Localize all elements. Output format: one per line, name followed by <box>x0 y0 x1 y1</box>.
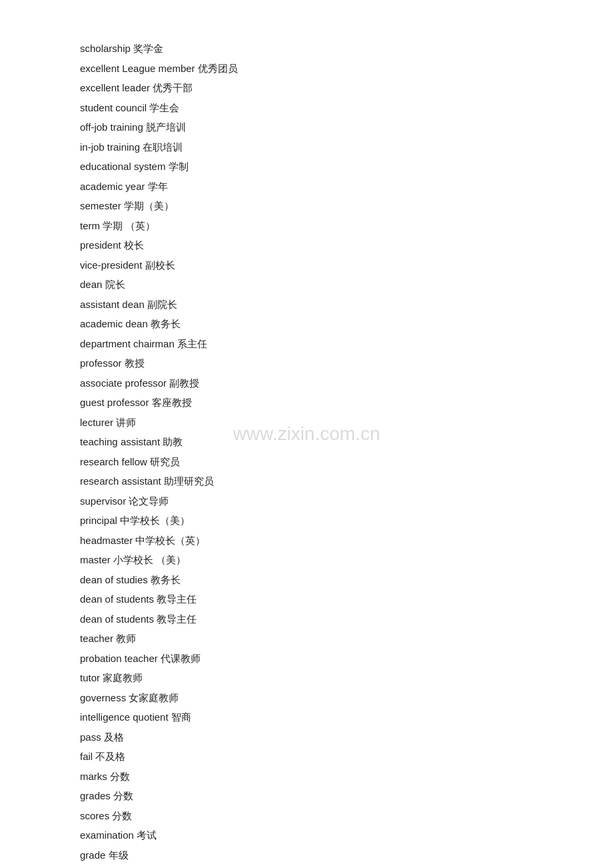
list-item: grade 年级 <box>80 847 573 864</box>
list-item: guest professor 客座教授 <box>80 394 573 411</box>
list-item: semester 学期（美） <box>80 197 573 215</box>
list-item: academic year 学年 <box>80 178 573 195</box>
list-item: term 学期 （英） <box>80 217 573 235</box>
list-item: president 校长 <box>80 237 573 254</box>
list-item: governess 女家庭教师 <box>80 689 573 707</box>
list-item: in-job training 在职培训 <box>80 139 573 156</box>
vocab-list: scholarship 奖学金excellent League member 优… <box>80 40 573 868</box>
list-item: examination 考试 <box>80 827 573 844</box>
list-item: vice-president 副校长 <box>80 257 573 274</box>
list-item: dean 院长 <box>80 276 573 293</box>
list-item: off-job training 脱产培训 <box>80 119 573 136</box>
list-item: department chairman 系主任 <box>80 335 573 353</box>
list-item: teacher 教师 <box>80 630 573 647</box>
list-item: teaching assistant 助教 <box>80 433 573 451</box>
list-item: research fellow 研究员 <box>80 453 573 471</box>
list-item: scores 分数 <box>80 807 573 825</box>
list-item: master 小学校长 （美） <box>80 551 573 569</box>
list-item: intelligence quotient 智商 <box>80 709 573 726</box>
list-item: dean of students 教导主任 <box>80 611 573 628</box>
list-item: research assistant 助理研究员 <box>80 473 573 490</box>
list-item: academic dean 教务长 <box>80 315 573 333</box>
list-item: marks 分数 <box>80 768 573 785</box>
list-item: grades 分数 <box>80 787 573 805</box>
list-item: scholarship 奖学金 <box>80 40 573 57</box>
list-item: educational system 学制 <box>80 158 573 175</box>
list-item: excellent League member 优秀团员 <box>80 60 573 77</box>
list-item: headmaster 中学校长（英） <box>80 532 573 549</box>
list-item: excellent leader 优秀干部 <box>80 79 573 97</box>
list-item: supervisor 论文导师 <box>80 493 573 510</box>
list-item: professor 教授 <box>80 355 573 372</box>
list-item: associate professor 副教授 <box>80 375 573 392</box>
list-item: principal 中学校长（美） <box>80 512 573 529</box>
list-item: student council 学生会 <box>80 99 573 117</box>
list-item: tutor 家庭教师 <box>80 669 573 687</box>
list-item: dean of students 教导主任 <box>80 591 573 608</box>
list-item: lecturer 讲师 <box>80 414 573 431</box>
list-item: fail 不及格 <box>80 748 573 765</box>
list-item: assistant dean 副院长 <box>80 296 573 313</box>
list-item: pass 及格 <box>80 729 573 746</box>
list-item: dean of studies 教务长 <box>80 571 573 589</box>
list-item: probation teacher 代课教师 <box>80 650 573 667</box>
